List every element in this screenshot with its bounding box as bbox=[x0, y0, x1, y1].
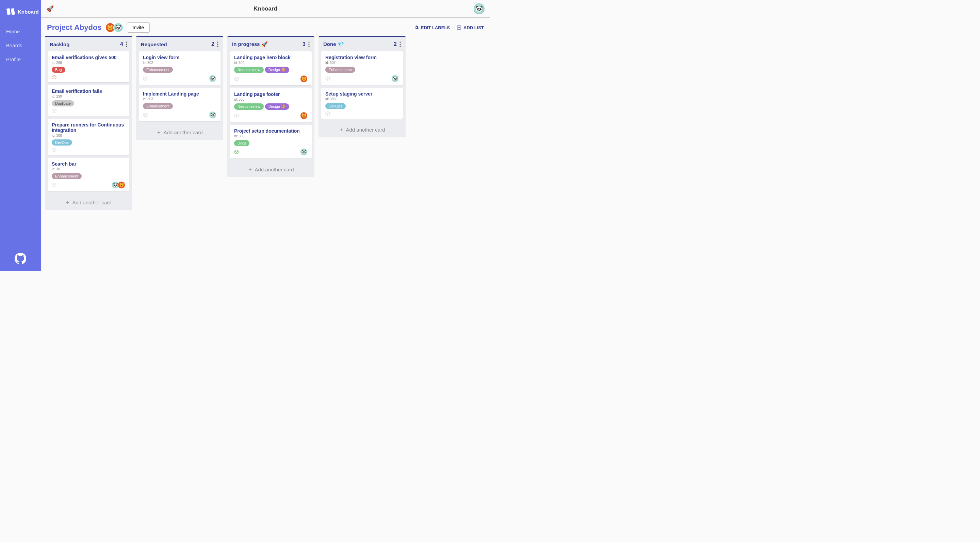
nav-boards[interactable]: Boards bbox=[0, 38, 41, 52]
list-header: In progress 🚀 3 bbox=[227, 37, 314, 50]
list-title[interactable]: Done 💎 bbox=[323, 41, 344, 47]
plus-icon bbox=[248, 167, 253, 172]
card-label: Enhancement bbox=[52, 173, 82, 179]
package-icon bbox=[143, 76, 148, 81]
card-id: id: 303 bbox=[143, 97, 216, 101]
card[interactable]: Landing page hero block id: 304 Needs re… bbox=[230, 51, 312, 86]
card-id: id: 299 bbox=[52, 95, 125, 98]
card[interactable]: Implement Landing page id: 303 Enhanceme… bbox=[139, 88, 221, 121]
svg-point-10 bbox=[217, 41, 218, 43]
app-title: Knboard bbox=[253, 5, 277, 12]
project-members: 😺 🐼 bbox=[105, 22, 124, 33]
add-list-text: ADD LIST bbox=[463, 25, 484, 30]
card-id: id: 298 bbox=[52, 61, 125, 65]
member-avatar[interactable]: 🐼 bbox=[113, 22, 124, 33]
card-title: Registration view form bbox=[325, 55, 399, 60]
card-id: id: 304 bbox=[234, 61, 308, 65]
card-label: Bug bbox=[52, 67, 65, 73]
card-labels: DevOps bbox=[325, 103, 399, 109]
add-card-button[interactable]: Add another card bbox=[227, 162, 314, 177]
card[interactable]: Search bar id: 301 Enhancement 🐼😺 bbox=[48, 158, 129, 192]
logo-text: Knboard bbox=[18, 9, 39, 14]
card-labels: Enhancement bbox=[325, 67, 399, 73]
cards-container: Landing page hero block id: 304 Needs re… bbox=[227, 50, 314, 162]
plus-icon bbox=[65, 200, 70, 205]
svg-point-16 bbox=[308, 44, 309, 44]
card-title: Landing page footer bbox=[234, 92, 308, 97]
list-menu-icon[interactable] bbox=[399, 41, 401, 47]
github-link[interactable] bbox=[14, 253, 26, 264]
card[interactable]: Prepare runners for Continuous Integrati… bbox=[48, 119, 129, 155]
card[interactable]: Email verifications gives 500 id: 298 Bu… bbox=[48, 51, 129, 82]
card-footer: 🐼😺 bbox=[52, 181, 125, 189]
card-id: id: 300 bbox=[52, 134, 125, 137]
card-labels: Enhancement bbox=[143, 67, 216, 73]
board[interactable]: Backlog 4 Email verifications gives 500 … bbox=[41, 36, 490, 217]
card[interactable]: Registration view form id: 307 Enhanceme… bbox=[321, 51, 403, 85]
assignee-avatar[interactable]: 🐼 bbox=[391, 75, 399, 82]
card-label: Needs review bbox=[234, 103, 264, 110]
add-card-label: Add another card bbox=[72, 200, 111, 205]
card[interactable]: Project setup documentation id: 306 Docs… bbox=[230, 125, 312, 158]
nav-profile[interactable]: Profile bbox=[0, 52, 41, 66]
project-title[interactable]: Project Abydos bbox=[47, 23, 102, 32]
add-card-button[interactable]: Add another card bbox=[136, 125, 223, 140]
board-header: Project Abydos 😺 🐼 Invite EDIT LABELS AD… bbox=[41, 18, 490, 36]
list-menu-icon[interactable] bbox=[126, 41, 127, 47]
assignee-avatar[interactable]: 😺 bbox=[300, 112, 308, 119]
card[interactable]: Setup staging server id: 308 DevOps bbox=[321, 88, 403, 119]
current-user-avatar[interactable]: 🐼 bbox=[474, 3, 485, 14]
add-card-button[interactable]: Add another card bbox=[318, 122, 406, 137]
card-assignees: 🐼 bbox=[210, 75, 216, 82]
package-icon bbox=[234, 76, 239, 81]
list-title[interactable]: Backlog bbox=[50, 41, 69, 47]
package-icon bbox=[325, 76, 330, 81]
card-assignees: 😺 bbox=[301, 112, 308, 119]
svg-rect-1 bbox=[11, 8, 15, 15]
rocket-icon[interactable]: 🚀 bbox=[46, 5, 54, 13]
add-list-button[interactable]: ADD LIST bbox=[457, 25, 484, 30]
card-assignees: 🐼 bbox=[393, 75, 399, 82]
card-id: id: 307 bbox=[325, 61, 399, 65]
card[interactable]: Login view form id: 302 Enhancement 🐼 bbox=[139, 51, 221, 85]
card-title: Email verifications gives 500 bbox=[52, 55, 125, 60]
svg-point-11 bbox=[217, 44, 218, 44]
card-label: DevOps bbox=[325, 103, 346, 109]
list: Backlog 4 Email verifications gives 500 … bbox=[45, 36, 132, 210]
package-icon bbox=[143, 113, 148, 117]
cards-container: Email verifications gives 500 id: 298 Bu… bbox=[45, 50, 132, 195]
card[interactable]: Landing page footer id: 305 Needs review… bbox=[230, 88, 312, 122]
list-menu-icon[interactable] bbox=[217, 41, 218, 47]
card-label: Docs bbox=[234, 140, 250, 146]
assignee-avatar[interactable]: 🐼 bbox=[209, 75, 216, 82]
package-icon bbox=[234, 113, 239, 118]
card-labels: Needs reviewDesign 🎨 bbox=[234, 67, 308, 73]
card-footer: 🐼 bbox=[325, 75, 399, 82]
list-menu-icon[interactable] bbox=[308, 41, 310, 47]
assignee-avatar[interactable]: 🐼 bbox=[300, 148, 308, 156]
list-title[interactable]: Requested bbox=[141, 41, 167, 47]
card-id: id: 301 bbox=[52, 167, 125, 171]
card-labels: DevOps bbox=[52, 139, 125, 146]
card-labels: Enhancement bbox=[143, 103, 216, 109]
list-title[interactable]: In progress 🚀 bbox=[232, 41, 268, 47]
card-footer bbox=[52, 75, 125, 79]
card[interactable]: Email verification fails id: 299 Duplica… bbox=[48, 85, 129, 116]
card-title: Prepare runners for Continuous Integrati… bbox=[52, 122, 125, 133]
add-card-button[interactable]: Add another card bbox=[45, 195, 132, 210]
card-id: id: 308 bbox=[325, 97, 399, 101]
invite-button[interactable]: Invite bbox=[127, 22, 150, 33]
package-icon bbox=[52, 147, 56, 152]
assignee-avatar[interactable]: 😺 bbox=[300, 75, 308, 82]
svg-point-5 bbox=[126, 41, 127, 43]
package-icon bbox=[234, 150, 239, 154]
card-label: Needs review bbox=[234, 67, 264, 73]
nav-home[interactable]: Home bbox=[0, 24, 41, 38]
add-card-label: Add another card bbox=[255, 166, 294, 173]
add-card-label: Add another card bbox=[163, 130, 202, 135]
card-id: id: 305 bbox=[234, 98, 308, 101]
logo[interactable]: Knboard bbox=[0, 7, 41, 24]
edit-labels-button[interactable]: EDIT LABELS bbox=[414, 25, 450, 30]
assignee-avatar[interactable]: 🐼 bbox=[209, 111, 216, 119]
assignee-avatar[interactable]: 😺 bbox=[118, 181, 125, 189]
